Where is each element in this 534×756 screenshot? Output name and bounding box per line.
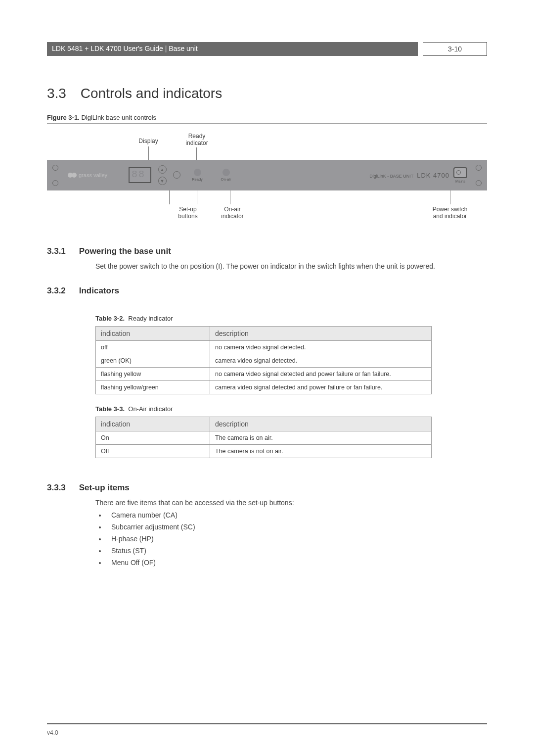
list-item: Status (ST) <box>106 547 487 555</box>
table-row: flashing yellow no camera video signal d… <box>96 368 432 381</box>
subsection-heading: 3.3.2 Indicators <box>47 286 487 296</box>
leader-line <box>230 190 230 204</box>
subsection-body: Set the power switch to the on position … <box>95 261 487 271</box>
table-cell: On <box>96 431 210 445</box>
table-row: flashing yellow/green camera video signa… <box>96 381 432 394</box>
leader-line <box>450 190 450 204</box>
onair-indicator-led: On-air <box>212 169 240 182</box>
table-cell: off <box>96 341 210 354</box>
model-number-text: LDK 4700 <box>417 172 449 179</box>
table-label: Table 3-3. <box>95 405 125 413</box>
leader-line <box>148 146 149 161</box>
onair-label: On-air <box>221 177 231 182</box>
footer-version: v4.0 <box>47 729 58 736</box>
logo-icon <box>68 171 77 180</box>
table-cell: Off <box>96 445 210 458</box>
table-cell: camera video signal detected and power f… <box>210 381 432 394</box>
table-cell: The camera is on air. <box>210 431 432 445</box>
table-row: Off The camera is not on air. <box>96 445 432 458</box>
list-item: Subcarrier adjustment (SC) <box>106 523 487 531</box>
table-caption: Table 3-2. Ready indicator <box>95 315 487 322</box>
subsection-number: 3.3.3 <box>47 483 77 493</box>
callout-display: Display <box>134 138 163 144</box>
figure-caption: Figure 3-1. DigiLink base unit controls <box>47 114 487 121</box>
table-row: off no camera video signal detected. <box>96 341 432 354</box>
table-cell: no camera video signal detected. <box>210 341 432 354</box>
onair-led-icon <box>222 169 230 176</box>
table-cell: green (OK) <box>96 354 210 368</box>
power-switch[interactable] <box>453 167 467 178</box>
ready-led-side <box>170 171 183 180</box>
table-title: On-Air indicator <box>128 405 173 413</box>
callout-ready-indicator: Ready indicator <box>179 133 214 146</box>
ready-led-icon <box>194 169 201 176</box>
subsection-title: Set-up items <box>79 483 130 492</box>
table-cell: no camera video signal detected and powe… <box>210 368 432 381</box>
setup-button-stack: ▲ ▼ <box>155 165 169 185</box>
table-header: description <box>210 327 432 341</box>
table-header: description <box>210 417 432 431</box>
ready-label: Ready <box>192 177 203 182</box>
subsection-title: Indicators <box>79 286 119 295</box>
subsection-heading: 3.3.1 Powering the base unit <box>47 246 487 256</box>
section-title: Controls and indicators <box>81 86 222 101</box>
down-arrow-icon[interactable]: ▼ <box>158 177 167 185</box>
figure-rule <box>47 123 487 124</box>
list-item: Menu Off (OF) <box>106 559 487 567</box>
callout-power: Power switch and indicator <box>423 206 477 220</box>
ready-indicator-table: indication description off no camera vid… <box>95 326 432 394</box>
table-cell: camera video signal detected. <box>210 354 432 368</box>
subsection-title: Powering the base unit <box>79 246 171 256</box>
page-number: 3-10 <box>423 42 487 56</box>
table-header: indication <box>96 417 210 431</box>
list-item: Camera number (CA) <box>106 511 487 519</box>
header-breadcrumb: LDK 5481 + LDK 4700 User's Guide | Base … <box>47 42 418 56</box>
leader-line <box>196 147 197 161</box>
footer-rule <box>47 723 487 724</box>
figure-label: Figure 3-1. <box>47 114 80 121</box>
leader-line <box>169 190 170 204</box>
table-title: Ready indicator <box>128 315 173 322</box>
subsection-number: 3.3.2 <box>47 286 77 296</box>
mounting-holes-left <box>47 160 64 190</box>
mounting-holes-right <box>470 160 487 190</box>
section-number: 3.3 <box>47 86 77 101</box>
model-small: DigiLinK - BASE UNIT <box>369 174 413 179</box>
side-led-icon <box>173 171 180 179</box>
table-cell: flashing yellow <box>96 368 210 381</box>
table-row: green (OK) camera video signal detected. <box>96 354 432 368</box>
up-arrow-icon[interactable]: ▲ <box>158 165 167 174</box>
callout-onair-indicator: On-air indicator <box>215 206 250 220</box>
table-cell: flashing yellow/green <box>96 381 210 394</box>
subsection-heading: 3.3.3 Set-up items <box>47 483 487 493</box>
subsection-intro: There are five items that can be accesse… <box>95 498 487 508</box>
setup-items-list: Camera number (CA) Subcarrier adjustment… <box>95 511 487 567</box>
table-cell: The camera is not on air. <box>210 445 432 458</box>
seven-seg-display <box>129 167 151 183</box>
table-label: Table 3-2. <box>95 315 125 322</box>
figure-title-text: DigiLink base unit controls <box>81 114 156 121</box>
callout-setup-buttons: Set-up buttons <box>171 206 205 220</box>
table-header: indication <box>96 327 210 341</box>
list-item: H-phase (HP) <box>106 535 487 543</box>
mains-label: Mains <box>455 179 465 184</box>
brand-text: grass valley <box>79 172 107 178</box>
power-switch-block: Mains <box>453 167 467 184</box>
leader-line <box>197 190 197 204</box>
section-heading: 3.3 Controls and indicators <box>47 86 487 101</box>
figure-diagram: Display Ready indicator grass valley ▲ ▼… <box>47 133 487 227</box>
page-header: LDK 5481 + LDK 4700 User's Guide | Base … <box>47 42 487 56</box>
table-caption: Table 3-3. On-Air indicator <box>95 405 487 413</box>
table-row: On The camera is on air. <box>96 431 432 445</box>
ready-indicator-led: Ready <box>183 169 212 182</box>
model-text: DigiLinK - BASE UNIT LDK 4700 <box>369 172 449 179</box>
brand-logo: grass valley <box>64 171 125 180</box>
onair-indicator-table: indication description On The camera is … <box>95 417 432 458</box>
device-front-panel: grass valley ▲ ▼ Ready On-air DigiLinK -… <box>47 160 487 190</box>
subsection-number: 3.3.1 <box>47 246 77 256</box>
